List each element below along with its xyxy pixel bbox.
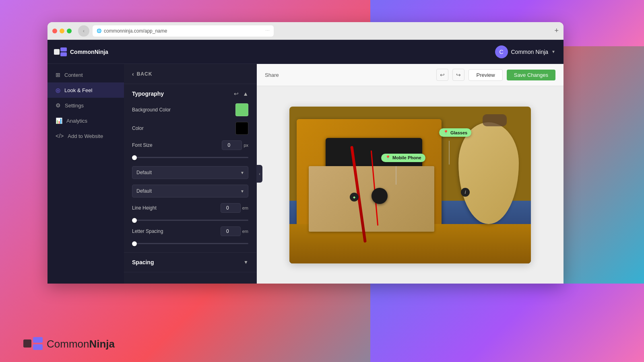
font-size-label: Font Size — [132, 142, 153, 148]
preview-image-container: 📍 Glasses 📍 Mobile Phone — [289, 107, 531, 263]
preview-area: Share ↩ ↪ Preview Save Changes — [257, 64, 564, 284]
sidebar-label-settings: Settings — [65, 103, 84, 109]
bottom-logo-bar: CommonNinja — [23, 337, 115, 351]
back-link[interactable]: ‹ BACK — [132, 71, 152, 77]
back-label: BACK — [137, 71, 153, 77]
font-weight-select[interactable]: Default Normal Bold 100200300400500 — [132, 166, 248, 179]
bottom-logo-text: CommonNinja — [47, 338, 115, 350]
color-swatch[interactable] — [235, 122, 248, 135]
letter-spacing-unit: em — [242, 229, 248, 234]
sidebar-item-settings[interactable]: ⚙ Settings — [47, 98, 124, 113]
address-bar[interactable]: 🌐 commonninja.com/app_name ⋯ — [93, 25, 274, 37]
back-navigation[interactable]: ‹ — [78, 25, 89, 37]
preview-button[interactable]: Preview — [469, 69, 502, 81]
user-chevron-icon: ▼ — [551, 49, 555, 54]
app-logo-text: CommonNinja — [70, 49, 108, 55]
spacing-section[interactable]: Spacing ▼ — [124, 253, 256, 272]
hotspot-mobile-phone[interactable]: 📍 Mobile Phone — [381, 154, 425, 162]
sidebar-label-analytics: Analytics — [66, 118, 87, 124]
reset-icon[interactable]: ↩ — [234, 90, 239, 97]
sidebar-item-look-feel[interactable]: ◎ Look & Feel — [47, 82, 124, 98]
undo-button[interactable]: ↩ — [436, 69, 448, 81]
font-style-select[interactable]: Default Normal Italic Oblique — [132, 185, 248, 197]
url-text: commonninja.com/app_name — [104, 28, 167, 34]
traffic-light-green[interactable] — [67, 29, 72, 33]
settings-icon: ⚙ — [56, 102, 61, 109]
svg-rect-3 — [23, 339, 31, 348]
analytics-icon: 📊 — [56, 117, 62, 124]
font-size-slider[interactable] — [132, 157, 248, 158]
svg-rect-1 — [60, 47, 67, 51]
content-icon: ⊞ — [56, 72, 60, 78]
favicon: 🌐 — [97, 29, 101, 33]
bg-color-label: Background Color — [132, 107, 171, 113]
font-size-input[interactable] — [222, 140, 242, 150]
line-height-unit: em — [242, 206, 248, 210]
hotspot-glasses[interactable]: 📍 Glasses — [439, 128, 471, 137]
new-tab-button[interactable]: + — [554, 27, 559, 35]
diamond-marker[interactable]: ◆ — [350, 193, 359, 202]
typography-section-title: Typography — [132, 90, 164, 97]
letter-spacing-slider[interactable] — [132, 243, 248, 244]
panel-collapse-handle[interactable]: ‹ — [257, 165, 262, 183]
settings-panel: ‹ BACK Typography ↩ ▲ — [124, 64, 257, 284]
user-avatar: C — [495, 45, 508, 58]
save-changes-button[interactable]: Save Changes — [507, 70, 555, 80]
svg-rect-4 — [33, 337, 43, 343]
spacing-expand-icon: ▼ — [244, 259, 248, 265]
glasses-pin-icon: 📍 — [443, 130, 449, 135]
sidebar-label-add-website: Add to Website — [68, 133, 103, 139]
sidebar-label-look-feel: Look & Feel — [64, 87, 92, 93]
sidebar-label-content: Content — [64, 72, 83, 78]
bg-color-swatch[interactable] — [235, 103, 248, 116]
spacing-title: Spacing — [132, 259, 154, 265]
phone-label: Mobile Phone — [392, 155, 421, 160]
redo-button[interactable]: ↪ — [452, 69, 464, 81]
user-profile[interactable]: C Common Ninja ▼ — [495, 45, 556, 58]
color-label: Color — [132, 125, 144, 131]
svg-rect-2 — [60, 52, 67, 56]
glasses-label: Glasses — [450, 130, 467, 135]
line-height-input[interactable] — [221, 203, 241, 213]
letter-spacing-input[interactable] — [221, 226, 241, 236]
sidebar-item-content[interactable]: ⊞ Content — [47, 67, 124, 82]
sidebar-item-add-to-website[interactable]: </> Add to Website — [47, 128, 124, 144]
line-height-slider[interactable] — [132, 220, 248, 221]
svg-rect-5 — [33, 344, 43, 350]
look-feel-icon: ◎ — [56, 87, 60, 93]
share-button[interactable]: Share — [265, 72, 279, 78]
sidebar-item-analytics[interactable]: 📊 Analytics — [47, 113, 124, 128]
user-name: Common Ninja — [511, 49, 549, 55]
font-size-unit: px — [244, 143, 248, 148]
letter-spacing-label: Letter Spacing — [132, 228, 163, 234]
app-logo-icon — [54, 47, 67, 56]
phone-pin-icon: 📍 — [385, 155, 391, 160]
back-chevron-icon: ‹ — [132, 71, 134, 77]
add-to-website-icon: </> — [56, 133, 64, 139]
collapse-icon[interactable]: ▲ — [243, 90, 248, 97]
sidebar-nav: ⊞ Content ◎ Look & Feel ⚙ Settings 📊 Ana… — [47, 64, 124, 284]
traffic-light-red[interactable] — [52, 29, 57, 33]
bottom-logo-icon — [23, 337, 43, 351]
svg-rect-0 — [54, 49, 60, 55]
line-height-label: Line Height — [132, 205, 157, 211]
traffic-light-yellow[interactable] — [60, 29, 64, 33]
